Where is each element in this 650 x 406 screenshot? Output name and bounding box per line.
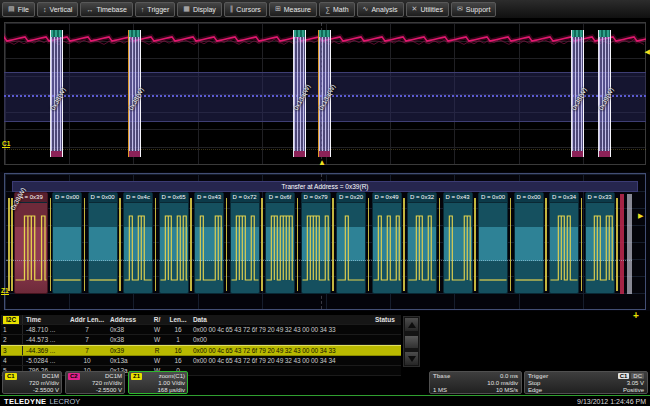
data-byte-box[interactable]: D = 0x32: [407, 192, 437, 294]
table-cell: 16: [165, 325, 191, 334]
menu-support-button[interactable]: ✉Support: [451, 2, 496, 17]
data-byte-box[interactable]: D = 0x33: [585, 192, 615, 294]
ack-spike: [297, 198, 299, 291]
menu-timebase-button[interactable]: ↔Timebase: [80, 2, 132, 17]
z1-timebase: 168 µs/div: [158, 387, 185, 394]
table-cell: -44.573 ...: [23, 335, 67, 344]
trigger-label: Trigger: [528, 373, 548, 380]
trigger-level-marker-icon[interactable]: ◀: [645, 48, 650, 56]
trigger-box[interactable]: Trigger C1DC Stop3.05 V EdgePositive: [524, 371, 648, 394]
timebase-box[interactable]: Tbase0.0 ms 10.0 ms/div 1 MS10 MS/s: [429, 371, 522, 394]
burst-bottom-cap: [572, 151, 583, 157]
burst-top-cap: [599, 30, 610, 37]
data-byte-box[interactable]: D = 0x34: [549, 192, 579, 294]
menu-file-button[interactable]: ▤File: [2, 2, 35, 17]
ack-spike: [50, 198, 52, 291]
i2c-burst[interactable]: 0x38(W): [571, 30, 584, 157]
table-cell: 0x13a: [107, 356, 149, 365]
ack-spike: [261, 198, 263, 291]
data-byte-box[interactable]: D = 0x00: [88, 192, 118, 294]
burst-bottom-cap: [51, 151, 62, 157]
table-scrollbar[interactable]: [403, 316, 420, 367]
i2c-burst[interactable]: 0x38(W): [50, 30, 63, 157]
i2c-burst[interactable]: 0x13a(W): [293, 30, 306, 157]
trigger-time-marker-icon[interactable]: ▲: [318, 158, 326, 167]
menu-analysis-button[interactable]: ∿Analysis: [357, 2, 404, 17]
z1-descriptor-box[interactable]: Z1zoom(C1) 1.00 V/div 168 µs/div: [128, 371, 188, 394]
ack-spike: [439, 198, 441, 291]
menu-measure-button[interactable]: ⊞Measure: [269, 2, 317, 17]
c2-tab: C2: [68, 373, 80, 380]
main-waveform-grid[interactable]: C1 ◀ 0x38(W)0x38(W)0x13a(W)0x13a(W)0x38(…: [0, 21, 650, 166]
scroll-up-button[interactable]: [405, 318, 418, 331]
i2c-burst[interactable]: 0x13a(W): [318, 30, 331, 157]
c2-offset: -2.5500 V: [96, 387, 122, 394]
menu-vertical-button[interactable]: ↕Vertical: [37, 2, 78, 17]
column-header: Len...: [165, 315, 191, 324]
ack-spike: [368, 198, 370, 291]
table-row[interactable]: 1-48.710 ...70x38W160x00 00 4c 65 43 72 …: [1, 325, 401, 335]
sda-wave-svg: [479, 202, 507, 294]
menu-timebase-label: Timebase: [96, 6, 126, 13]
table-row[interactable]: 2-44.573 ...70x38W10x00: [1, 335, 401, 345]
data-byte-box[interactable]: D = 0x00: [478, 192, 508, 294]
column-header: R/: [149, 315, 165, 324]
menu-cursors-button[interactable]: ∥Cursors: [224, 2, 267, 17]
sda-spike: [8, 198, 10, 291]
data-byte-box[interactable]: D = 0x00: [514, 192, 544, 294]
i2c-burst[interactable]: 0x39(W): [598, 30, 611, 157]
sda-wave-svg: [444, 202, 472, 294]
table-row[interactable]: 4-5.0284 ...100x13aW160x00 00 4c 65 43 7…: [1, 356, 401, 366]
i2c-badge[interactable]: I2C: [3, 316, 19, 324]
table-cell: 7: [67, 346, 107, 355]
status-bar: TELEDYNELECROY 9/13/2012 1:24:46 PM: [0, 396, 650, 406]
sda-wave-svg: [266, 202, 294, 294]
menu-utilities-button[interactable]: ✕Utilities: [406, 2, 449, 17]
data-byte-box[interactable]: D = 0x72: [230, 192, 260, 294]
data-byte-box[interactable]: D = 0x6f: [265, 192, 295, 294]
table-cell: 4: [1, 356, 23, 365]
address-box[interactable]: A = 0x39: [14, 192, 48, 294]
file-icon: ▤: [8, 5, 15, 13]
burst-bottom-cap: [294, 151, 305, 157]
data-byte-box[interactable]: D = 0x49: [372, 192, 402, 294]
sda-wave-svg: [53, 202, 81, 294]
column-header: Addr Len...: [67, 315, 107, 324]
sda-wave-svg: [89, 202, 117, 294]
table-cell: [373, 346, 401, 355]
scroll-down-button[interactable]: [405, 352, 418, 365]
data-byte-box[interactable]: D = 0x20: [336, 192, 366, 294]
triangle-down-icon: [408, 356, 416, 362]
c2-descriptor-box[interactable]: C2DC1M 720 mV/div -2.5500 V: [65, 371, 125, 394]
add-table-button[interactable]: +: [633, 311, 639, 321]
timebase-samples: 1 MS: [433, 387, 447, 394]
data-byte-box[interactable]: D = 0x79: [301, 192, 331, 294]
data-byte-box[interactable]: D = 0x4c: [123, 192, 153, 294]
i2c-decode-table[interactable]: I2CTimeAddr Len...AddressR/Len...DataSta…: [1, 315, 401, 376]
utilities-icon: ✕: [412, 5, 418, 13]
burst-top-cap: [129, 30, 140, 37]
data-byte-box[interactable]: D = 0x00: [52, 192, 82, 294]
sda-wave-svg: [550, 202, 578, 294]
decode-banner: Transfer at Address = 0x39(R): [12, 181, 638, 192]
zoom-right-arrow-icon: ▶: [638, 212, 643, 220]
ack-spike: [226, 198, 228, 291]
trigger-icon: ↑: [141, 6, 145, 13]
data-byte-box[interactable]: D = 0x65: [159, 192, 189, 294]
zoom-grid[interactable]: Transfer at Address = 0x39(R) A = 0x39D …: [0, 172, 650, 311]
menu-math-button[interactable]: ∑Math: [319, 2, 355, 17]
i2c-burst[interactable]: 0x38(W): [128, 30, 141, 157]
table-row[interactable]: 3-44.369 ...70x39R160x00 00 4c 65 43 72 …: [1, 345, 401, 356]
data-byte-box[interactable]: D = 0x43: [443, 192, 473, 294]
c1-descriptor-box[interactable]: C1DC1M 720 mV/div -2.5500 V: [2, 371, 62, 394]
sda-wave-svg: [160, 202, 188, 294]
scrollbar-thumb[interactable]: [405, 336, 418, 348]
burst-bottom-cap: [599, 151, 610, 157]
timebase-label: Tbase: [433, 373, 450, 380]
menu-trigger-button[interactable]: ↑Trigger: [135, 2, 175, 17]
table-cell: -5.0284 ...: [23, 356, 67, 365]
menu-display-button[interactable]: ▦Display: [177, 2, 222, 17]
table-cell: [373, 366, 401, 375]
data-byte-box[interactable]: D = 0x43: [194, 192, 224, 294]
ack-spike: [545, 198, 547, 291]
